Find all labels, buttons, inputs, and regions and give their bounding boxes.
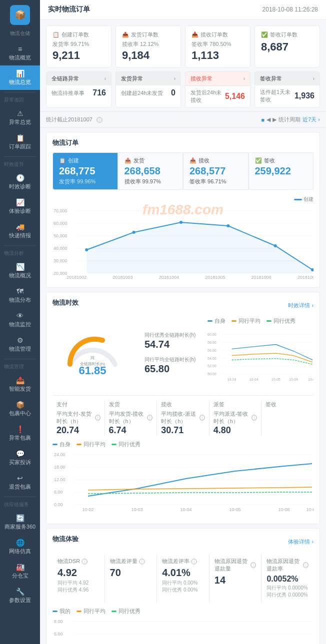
sidebar-sections: ≡ 物流概览 📊 物流总览 异常追踪 ⚠ 异常总览 📋 订单跟踪 时效提升 🕐 … — [0, 41, 40, 608]
anomaly-card-ship[interactable]: 发货异常 › 创建超24h未发货 0 — [116, 71, 181, 107]
sidebar-item-overview[interactable]: ≡ 物流概览 — [0, 41, 40, 65]
stats-bar-left: 统计截止20181007 ⓘ — [46, 116, 102, 123]
exp-stat-bad-count-info[interactable]: ⓘ — [139, 559, 145, 565]
legend-exp-self: 我的 — [52, 608, 70, 615]
sidebar-item-pkgcenter[interactable]: 📦 包裹中心 — [0, 397, 40, 421]
order-stat-collect-label: 📥 揽收 — [190, 157, 242, 164]
sidebar-item-express[interactable]: 🚚 快递情报 — [0, 219, 40, 243]
sidebar-item-expdiag[interactable]: 📈 体验诊断 — [0, 194, 40, 219]
anomaly-card-sign[interactable]: 签收异常 › 送件超1天未签收 1,936 — [254, 71, 320, 107]
sidebar-icon-timediag: 🕐 — [16, 174, 24, 182]
stat-card-collect-rate: 签收率 780.50% — [192, 40, 244, 48]
legend-best-dot — [266, 320, 272, 322]
sidebar-item-buyercomplain[interactable]: 💬 买家投诉 — [0, 446, 40, 470]
stat-card-collect-value: 1,113 — [192, 49, 244, 62]
svg-text:10-06: 10-06 — [278, 507, 290, 512]
sidebar-icon-anomaly: ⚠ — [17, 109, 24, 117]
sidebar-item-monitor[interactable]: 👁 物流监控 — [0, 308, 40, 332]
sidebar-item-ordertrack[interactable]: 📋 订单跟踪 — [0, 130, 40, 154]
anomaly-row: 全链路异常 › 物流待推单事 716 发货异常 › 创建超24h未发货 0 揽收… — [40, 71, 326, 111]
stats-bar: 统计截止20181007 ⓘ ■ ◀ ▶ 统计周期 近7天 › — [40, 111, 326, 128]
sidebar-divider-4 — [4, 359, 36, 359]
efficiency-section-header: 物流时效 时效详情 › — [52, 298, 314, 312]
svg-text:54.00: 54.00 — [208, 357, 216, 360]
order-stat-sign-value: 259,922 — [255, 165, 308, 177]
sidebar-label-pkgcenter: 包裹中心 — [9, 410, 31, 417]
sidebar-group-timeliness: 时效提升 — [0, 159, 40, 170]
anomaly-header-collect[interactable]: 揽收异常 › — [186, 72, 250, 86]
exp-stat-return-rate-info[interactable]: ⓘ — [303, 562, 308, 568]
stats-bar-next[interactable]: ▶ — [272, 116, 276, 123]
svg-point-16 — [226, 224, 230, 227]
order-stat-sign-label: ✅ 签收 — [255, 157, 308, 164]
experience-detail-link[interactable]: 体验详情 › — [288, 538, 314, 546]
stage-col-ship: 发货 平均发货-揽收时长（h） ⓘ 6.74 — [105, 401, 158, 436]
sidebar-item-logisticsoverview[interactable]: 📉 物流概况 — [0, 259, 40, 283]
stage-name-dispatch: 派签 — [214, 401, 258, 408]
page-title: 实时物流订单 — [48, 5, 90, 14]
efficiency-compare-excellent-value: 54.74 — [144, 339, 196, 350]
stage-info-dispatch[interactable]: ⓘ — [252, 415, 257, 421]
sidebar-item-timediag[interactable]: 🕐 时效诊断 — [0, 170, 40, 194]
stat-card-create: 📋 创建订单数 发货率 99.71% 9,211 — [46, 25, 112, 67]
sidebar-item-merchant360[interactable]: 🔄 商家服务360 — [0, 510, 40, 535]
sidebar-item-return[interactable]: ↩ 退货包裹 — [0, 470, 40, 495]
svg-text:10-05: 10-05 — [229, 507, 240, 512]
stage-value-ship: 6.74 — [109, 425, 153, 436]
legend-bottom-self-dot — [52, 444, 58, 445]
sidebar-item-anomaly[interactable]: ⚠ 异常总览 — [0, 105, 40, 130]
anomaly-sub-sign: 送件超1天未签收 — [260, 88, 294, 103]
order-stat-ship-rate: 揽收率 99.97% — [124, 178, 177, 185]
svg-text:6.00: 6.00 — [54, 632, 63, 637]
svg-text:70,000: 70,000 — [54, 208, 68, 213]
legend-self: 自身 — [208, 317, 226, 325]
stage-info-collect[interactable]: ⓘ — [200, 415, 205, 421]
sidebar-label-monitor: 物流监控 — [9, 321, 31, 328]
efficiency-detail-link[interactable]: 时效详情 › — [288, 302, 314, 309]
stage-info-pay[interactable]: ⓘ — [95, 415, 100, 421]
anomaly-card-fullchain[interactable]: 全链路异常 › 物流待推单事 716 — [46, 71, 112, 107]
app-name: 物流仓储 — [10, 30, 30, 37]
legend-bottom-best: 同行优秀 — [112, 441, 140, 448]
stage-name-ship: 发货 — [109, 401, 153, 408]
sidebar-item-netsim[interactable]: 🌐 网络仿真 — [0, 535, 40, 559]
sidebar-item-fencang[interactable]: 🏭 分仓宝 — [0, 559, 40, 584]
exp-stat-bad-count: 物流差评量 ⓘ 70 — [105, 554, 158, 603]
stats-bar-info-icon[interactable]: ⓘ — [96, 117, 102, 123]
order-chart-legend: 创建 — [294, 196, 314, 203]
efficiency-right-chart-svg: 60.00 58.00 56.00 54.00 52.00 50.00 — [208, 328, 314, 388]
exp-stat-dsr-info[interactable]: ⓘ — [82, 559, 88, 565]
anomaly-header-ship[interactable]: 发货异常 › — [116, 72, 180, 85]
svg-text:0.00: 0.00 — [54, 502, 63, 507]
stats-bar-right: ■ ◀ ▶ 统计周期 近7天 › — [262, 116, 320, 123]
legend-exp-avg-dot — [76, 611, 82, 612]
experience-section-title: 物流体验 — [52, 535, 78, 544]
anomaly-body-sign: 送件超1天未签收 1,936 — [255, 85, 320, 106]
top-stats-row: 📋 创建订单数 发货率 99.71% 9,211 📤 发货订单数 揽收率 12.… — [40, 19, 326, 71]
svg-text:10-07: 10-07 — [306, 507, 314, 512]
order-stat-create-icon: 📋 — [59, 157, 66, 164]
exp-stat-bad-rate-info[interactable]: ⓘ — [191, 559, 197, 565]
anomaly-chevron-ship: › — [174, 76, 176, 81]
anomaly-count-fullchain: 716 — [92, 88, 106, 97]
order-chart-legend-color — [294, 199, 302, 200]
sidebar-item-settings[interactable]: 🔧 参数设置 — [0, 584, 40, 608]
anomaly-card-collect[interactable]: 揽收异常 › 发货后24h未揽收 5,146 — [185, 71, 250, 107]
efficiency-compare-avg-label: 同行平均全链路时长(h) — [144, 356, 196, 363]
stats-bar-period-value[interactable]: 近7天 › — [302, 116, 320, 123]
exp-stat-return-count-info[interactable]: ⓘ — [250, 562, 256, 568]
svg-text:同: 同 — [90, 356, 94, 360]
sidebar-item-mgmt[interactable]: ⚙ 物流管理 — [0, 332, 40, 357]
stats-bar-page-1[interactable]: ■ — [262, 117, 265, 123]
anomaly-header-sign[interactable]: 签收异常 › — [255, 72, 320, 85]
stage-info-ship[interactable]: ⓘ — [147, 415, 152, 421]
sidebar-item-general[interactable]: 📊 物流总览 — [0, 65, 40, 90]
legend-exp-best: 同行优秀 — [112, 608, 140, 615]
sidebar-item-anomalypkg[interactable]: ❗ 异常包裹 — [0, 421, 40, 446]
stats-bar-prev[interactable]: ◀ — [266, 116, 270, 123]
stats-bar-date: 统计截止20181007 — [46, 116, 92, 123]
sidebar-item-logisticsdist[interactable]: 🗺 物流分布 — [0, 283, 40, 308]
sidebar-item-smartship[interactable]: 📤 智能发货 — [0, 372, 40, 397]
svg-text:10-07: 10-07 — [308, 378, 314, 381]
anomaly-header-fullchain[interactable]: 全链路异常 › — [46, 72, 111, 85]
